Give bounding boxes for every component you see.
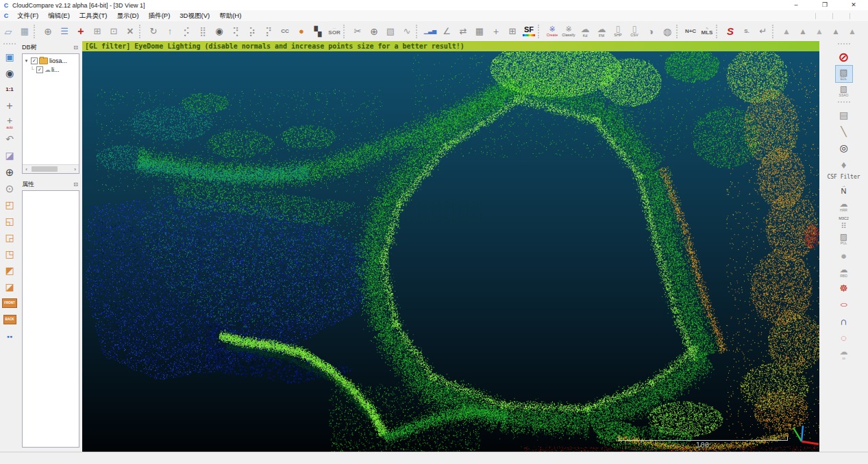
- global-shift-icon[interactable]: ⊕: [40, 23, 56, 40]
- 3d-viewport-canvas[interactable]: [82, 51, 819, 452]
- pick-rotation-center-icon[interactable]: ↶: [1, 131, 18, 147]
- properties-list-icon[interactable]: ☰: [56, 23, 73, 40]
- profile-plot-icon[interactable]: ∠: [438, 23, 455, 40]
- minmax-range-icon[interactable]: ⇄: [455, 23, 471, 40]
- float-panel-button[interactable]: ⊡: [73, 181, 78, 188]
- tree-expander[interactable]: ▼: [23, 59, 29, 63]
- minimize-button[interactable]: –: [782, 0, 810, 10]
- fm-cloud-icon[interactable]: ☁FM: [593, 23, 610, 40]
- csf-shield-icon[interactable]: ♦: [836, 156, 852, 172]
- view-right-icon[interactable]: ◪: [1, 279, 18, 295]
- ellipse-tool-icon[interactable]: ○: [836, 296, 852, 313]
- kd-cloud-icon[interactable]: ☁Kd: [577, 23, 593, 40]
- menu-plugins[interactable]: 插件(P): [144, 10, 175, 21]
- sf-grid-icon[interactable]: ▦: [471, 23, 488, 40]
- stereo-mode-icon[interactable]: ●●: [1, 328, 18, 344]
- histogram-icon[interactable]: ▁▃▅: [422, 23, 438, 40]
- view-top-icon[interactable]: ◰: [1, 196, 18, 213]
- clipping-box-icon[interactable]: ▧: [382, 23, 399, 40]
- toolbar-handle[interactable]: [838, 43, 850, 47]
- canupo-create-icon[interactable]: ※Create: [544, 23, 560, 40]
- sphere-icon[interactable]: ◑: [643, 23, 659, 40]
- sf-colorscale-icon[interactable]: SF: [521, 23, 537, 40]
- scroll-thumb[interactable]: [32, 166, 58, 172]
- auto-pick-center-icon[interactable]: +auto: [1, 114, 18, 131]
- cloud-mesh-distance-icon[interactable]: ⡵: [244, 23, 260, 40]
- geom-features-gears-icon[interactable]: ☸: [836, 280, 852, 296]
- menu-display[interactable]: 显示(D): [112, 10, 143, 21]
- register-icon[interactable]: ↑: [162, 23, 178, 40]
- hrr-icon[interactable]: ☁HRR: [836, 198, 852, 214]
- checkerboard-icon[interactable]: ▚: [310, 23, 326, 40]
- hough-normals-icon[interactable]: ◌: [836, 329, 852, 346]
- view-left-icon[interactable]: ◩: [1, 262, 18, 279]
- octree-icon[interactable]: ⣿: [195, 23, 211, 40]
- view-front-icon[interactable]: ◲: [1, 229, 18, 246]
- zoom-fit-icon[interactable]: +: [1, 98, 18, 114]
- apply-transform-icon[interactable]: ⊡: [106, 23, 122, 40]
- ssao-filter-icon[interactable]: ▧SSAO: [836, 83, 852, 99]
- normals-sphere-icon[interactable]: ◉: [211, 23, 227, 40]
- clone-icon[interactable]: ⊞: [89, 23, 106, 40]
- point-picking-icon[interactable]: +: [73, 23, 89, 40]
- view-front-cube-icon[interactable]: FRONT: [1, 295, 18, 311]
- edl-filter-icon[interactable]: ▧EDL: [835, 65, 853, 83]
- view-back-cube-icon[interactable]: BACK: [1, 311, 18, 328]
- view-bottom-icon[interactable]: ◱: [1, 213, 18, 229]
- delete-icon[interactable]: ×: [122, 23, 138, 40]
- translate-mode-icon[interactable]: ⊕: [366, 23, 382, 40]
- view-back-icon[interactable]: ◳: [1, 246, 18, 262]
- facets-plugin-icon-5[interactable]: ▲: [844, 23, 860, 40]
- normals-nc-icon[interactable]: N+C: [682, 23, 699, 40]
- refresh-display-icon[interactable]: ▣: [1, 49, 18, 65]
- rbd-icon[interactable]: ☁RBD: [836, 263, 852, 280]
- close-button[interactable]: ✕: [839, 0, 868, 10]
- sf-calculator-icon[interactable]: ⊞: [504, 23, 521, 40]
- restore-button[interactable]: ❐: [810, 0, 839, 10]
- cc-stats-icon[interactable]: CC: [277, 23, 293, 40]
- globe-wire-icon[interactable]: ◍: [659, 23, 675, 40]
- compass-icon[interactable]: ◎: [836, 140, 852, 156]
- db-tree-hscrollbar[interactable]: ‹ ›: [23, 164, 79, 173]
- facets-plugin-icon-3[interactable]: ▲: [811, 23, 828, 40]
- menu-file[interactable]: 文件(F): [12, 10, 43, 21]
- facets-plugin-icon-2[interactable]: ▲: [795, 23, 811, 40]
- menu-view3d[interactable]: 3D视图(V): [175, 10, 214, 21]
- normal-arrow-icon[interactable]: →N: [836, 181, 852, 198]
- mls-icon[interactable]: ∿MLS: [699, 23, 715, 40]
- animation-icon[interactable]: ▤: [836, 107, 852, 123]
- zoom-1-1-icon[interactable]: 1:1: [1, 81, 18, 98]
- segment-scissors-icon[interactable]: ✂: [349, 23, 366, 40]
- spline-red-icon[interactable]: S: [722, 23, 739, 40]
- clean-broom-icon[interactable]: ╲: [836, 123, 852, 140]
- tree-item-1[interactable]: └✓☁li...: [23, 65, 78, 74]
- scroll-left-arrow[interactable]: ‹: [23, 166, 30, 172]
- spline-points-icon[interactable]: S.: [739, 23, 755, 40]
- cloud-ruler-icon[interactable]: ☁▭: [836, 346, 852, 362]
- menu-edit[interactable]: 编辑(E): [43, 10, 75, 21]
- menu-help[interactable]: 帮助(H): [214, 10, 246, 21]
- tree-checkbox[interactable]: ✓: [31, 57, 38, 64]
- menu-tools[interactable]: 工具类(T): [75, 10, 112, 21]
- facets-plugin-icon-1[interactable]: ▲: [778, 23, 795, 40]
- float-panel-button[interactable]: ⊡: [73, 44, 78, 51]
- m3c2-icon[interactable]: M3C2⣶: [836, 214, 852, 231]
- subsample-icon[interactable]: ⡪: [178, 23, 195, 40]
- fit-plane-icon[interactable]: ⡝: [260, 23, 277, 40]
- open-icon[interactable]: ▱: [0, 23, 16, 40]
- polyline-trace-icon[interactable]: ∿: [399, 23, 415, 40]
- sor-filter-icon[interactable]: ⋯SOR: [326, 23, 343, 40]
- mesh-blob-icon[interactable]: ●: [293, 23, 310, 40]
- interactive-transform-icon[interactable]: ↻: [145, 23, 162, 40]
- toolbar-handle[interactable]: [3, 43, 16, 47]
- cloud-cloud-distance-icon[interactable]: ⢝: [227, 23, 244, 40]
- poisson-blob-icon[interactable]: ●: [836, 247, 852, 263]
- facets-plugin-icon-4[interactable]: ▲: [828, 23, 844, 40]
- pan-mode-icon[interactable]: ⊕: [1, 164, 18, 180]
- export-plan-icon[interactable]: ↵: [755, 23, 771, 40]
- tree-checkbox[interactable]: ✓: [36, 66, 43, 73]
- canupo-classify-icon[interactable]: ※Classify: [560, 23, 577, 40]
- save-icon[interactable]: ▦: [16, 23, 33, 40]
- scroll-right-arrow[interactable]: ›: [71, 166, 79, 172]
- tree-item-0[interactable]: ▼✓liosa...: [23, 56, 78, 65]
